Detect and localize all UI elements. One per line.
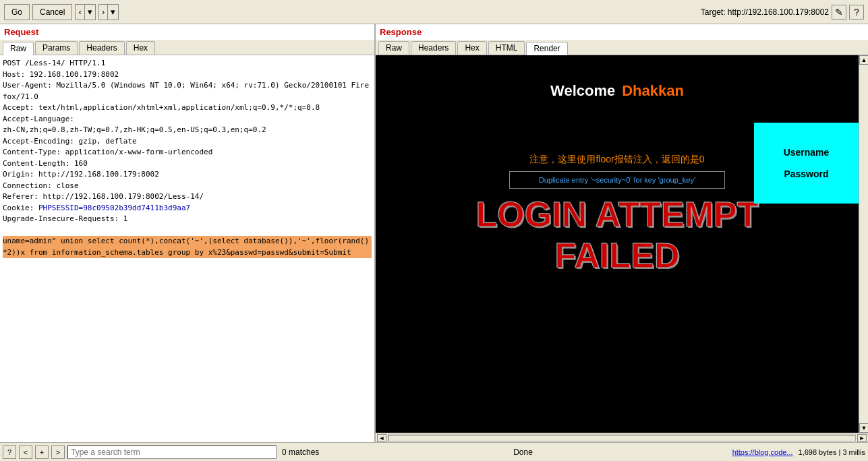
nav-back-group: ‹ ▾: [75, 4, 95, 20]
request-title: Request: [0, 24, 374, 40]
done-label: Done: [513, 448, 533, 457]
tab-headers-response[interactable]: Headers: [411, 41, 456, 55]
tab-render-response[interactable]: Render: [526, 42, 567, 55]
cancel-button[interactable]: Cancel: [32, 4, 72, 20]
request-line: zh-CN,zh;q=0.8,zh-TW;q=0.7,zh-HK;q=0.5,e…: [3, 125, 266, 134]
login-failed-line2: FAILED: [376, 237, 859, 275]
scroll-up-arrow[interactable]: ▲: [859, 55, 868, 65]
h-scroll-track[interactable]: [388, 435, 856, 441]
scroll-right-arrow[interactable]: ►: [857, 434, 867, 442]
help-button[interactable]: ?: [849, 5, 864, 20]
scroll-track[interactable]: [859, 65, 868, 423]
password-label: Password: [784, 168, 828, 179]
request-line: Referer: http://192.168.100.179:8002/Les…: [3, 192, 204, 201]
request-line: Origin: http://192.168.100.179:8002: [3, 170, 159, 179]
nav-back-dropdown-button[interactable]: ▾: [84, 4, 96, 20]
login-form-box: Username Password: [754, 123, 859, 204]
cookie-value: PHPSESSID=98c09502b39dd7411b3d9aa7: [38, 204, 190, 212]
next-match-button[interactable]: >: [51, 445, 65, 459]
request-line: POST /Less-14/ HTTP/1.1: [3, 59, 105, 67]
toolbar: Go Cancel ‹ ▾ › ▾ Target: http://192.168…: [0, 0, 868, 24]
request-body-highlighted: uname=admin" union select count(*),conca…: [3, 236, 372, 258]
request-line: Upgrade-Insecure-Requests: 1: [3, 214, 127, 223]
request-line: Accept-Encoding: gzip, deflate: [3, 137, 137, 146]
search-input[interactable]: [67, 445, 277, 459]
request-line: User-Agent: Mozilla/5.0 (Windows NT 10.0…: [3, 81, 369, 101]
prev-match-button[interactable]: <: [19, 445, 32, 459]
login-failed-area: LOGIN ATTEMPT FAILED: [376, 195, 859, 275]
response-frame: Welcome Dhakkan Username Password 注意，这里使…: [376, 55, 859, 433]
nav-forward-dropdown-button[interactable]: ▾: [107, 4, 119, 20]
request-line: Content-Type: application/x-www-form-url…: [3, 148, 212, 156]
target-label: Target: http://192.168.100.179:8002: [701, 7, 829, 17]
scroll-left-arrow[interactable]: ◄: [377, 434, 386, 442]
tab-html-response[interactable]: HTML: [488, 41, 525, 55]
response-horizontal-scrollbar[interactable]: ◄ ►: [376, 433, 868, 442]
welcome-area: Welcome Dhakkan: [376, 55, 859, 100]
nav-forward-group: › ▾: [98, 4, 119, 20]
go-button[interactable]: Go: [4, 4, 30, 20]
edit-target-button[interactable]: ✎: [832, 5, 846, 20]
response-content: Welcome Dhakkan Username Password 注意，这里使…: [376, 55, 859, 433]
response-tab-bar: Raw Headers Hex HTML Render: [376, 40, 868, 55]
nav-back-button[interactable]: ‹: [75, 4, 84, 20]
error-box: Duplicate entry '~security~0' for key 'g…: [509, 171, 725, 189]
add-button[interactable]: +: [35, 445, 49, 459]
nav-forward-button[interactable]: ›: [98, 4, 107, 20]
matches-label: 0 matches: [282, 448, 319, 457]
request-line-cookie: Cookie: PHPSESSID=98c09502b39dd7411b3d9a…: [3, 204, 190, 212]
request-pane: Request Raw Params Headers Hex POST /Les…: [0, 24, 376, 442]
request-line: Connection: close: [3, 181, 79, 190]
welcome-text: Welcome: [550, 82, 615, 99]
bytes-info: 1,698 bytes | 3 millis: [799, 448, 865, 456]
tab-hex-request[interactable]: Hex: [126, 41, 155, 55]
request-line: Content-Length: 160: [3, 159, 88, 168]
request-line: Host: 192.168.100.179:8002: [3, 70, 119, 79]
tab-params[interactable]: Params: [35, 41, 78, 55]
help-bottom-button[interactable]: ?: [3, 445, 16, 459]
response-vertical-scrollbar[interactable]: ▲ ▼: [859, 55, 868, 433]
tab-raw-response[interactable]: Raw: [378, 41, 409, 55]
tab-headers-request[interactable]: Headers: [79, 41, 124, 55]
bottom-bar: ? < + > 0 matches Done https://blog.code…: [0, 442, 868, 461]
scroll-down-arrow[interactable]: ▼: [859, 423, 868, 433]
response-inner: Welcome Dhakkan Username Password 注意，这里使…: [376, 55, 868, 433]
request-body: POST /Less-14/ HTTP/1.1 Host: 192.168.10…: [0, 55, 374, 442]
request-line: Accept-Language:: [3, 115, 74, 123]
tab-raw-request[interactable]: Raw: [3, 42, 34, 55]
request-line: Accept: text/html,application/xhtml+xml,…: [3, 103, 320, 112]
target-text: Target: http://192.168.100.179:8002: [701, 7, 829, 17]
bottom-url[interactable]: https://blog.code...: [732, 448, 793, 456]
welcome-name: Dhakkan: [622, 82, 684, 99]
response-pane: Response Raw Headers Hex HTML Render Wel…: [376, 24, 868, 442]
request-tab-bar: Raw Params Headers Hex: [0, 40, 374, 55]
tab-hex-response[interactable]: Hex: [457, 41, 486, 55]
response-title: Response: [376, 24, 868, 40]
username-label: Username: [784, 147, 830, 158]
main-area: Request Raw Params Headers Hex POST /Les…: [0, 24, 868, 442]
